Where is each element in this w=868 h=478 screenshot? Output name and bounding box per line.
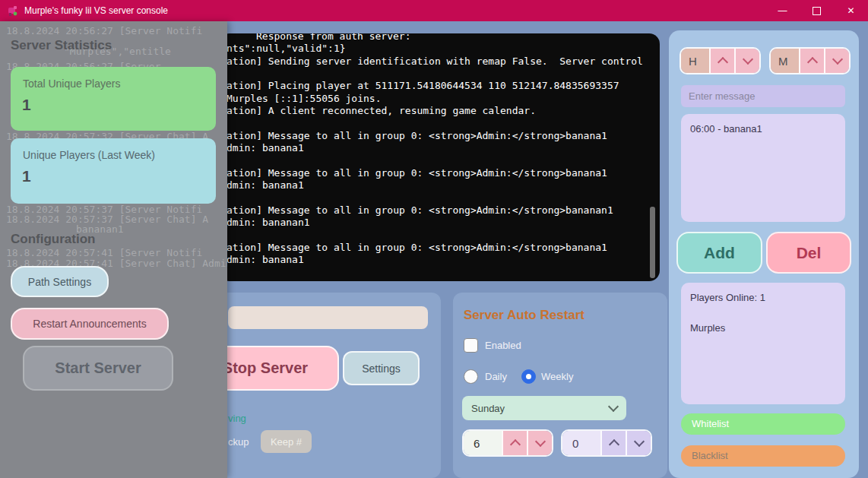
minute-input[interactable]: M <box>771 49 799 73</box>
restart-day-select[interactable]: Sunday <box>462 396 626 420</box>
app-window: Murple's funky lil VS server console — ✕… <box>0 0 868 478</box>
chevron-up-icon <box>717 57 727 68</box>
enabled-checkbox[interactable] <box>464 338 478 353</box>
chevron-up-icon <box>509 439 520 450</box>
daily-radio[interactable] <box>464 369 478 384</box>
restart-minute-stepper: 0 <box>561 429 652 457</box>
log-line: dmin: banana1 <box>227 142 304 154</box>
list-item[interactable]: 06:00 - banana1 <box>690 123 836 135</box>
weekly-radio[interactable] <box>521 369 536 384</box>
stat-card-label: Total Unique Players <box>23 78 120 90</box>
log-line: Response from auth server: <box>256 33 411 42</box>
scheduled-messages-list[interactable]: 06:00 - banana1 <box>681 114 845 222</box>
restart-minute-up-button[interactable] <box>600 431 626 455</box>
player-name: Murples <box>690 322 725 334</box>
log-line: ation] Message to all in group 0: <stron… <box>227 242 607 253</box>
log-line: nts":null,"valid":1} <box>227 43 346 54</box>
stat-card-value: 1 <box>22 167 31 185</box>
server-log-console: Response from auth server: nts":null,"va… <box>219 33 660 281</box>
stat-card-value: 1 <box>22 96 31 114</box>
server-statistics-heading: Server Statistics <box>11 38 112 53</box>
window-title: Murple's funky lil VS server console <box>24 5 168 16</box>
message-input[interactable] <box>681 85 845 107</box>
log-line: ation] A client reconnected, resuming ga… <box>227 105 536 116</box>
restart-minute-input[interactable]: 0 <box>562 431 600 455</box>
backup-checkbox-label[interactable]: ckup <box>228 436 249 448</box>
players-online-box: Players Online: 1 Murples <box>681 283 845 404</box>
restart-hour-input[interactable]: 6 <box>464 431 502 455</box>
log-line: dmin: bananan1 <box>227 217 310 228</box>
app-icon <box>7 5 18 17</box>
chevron-up-icon <box>806 57 817 68</box>
auto-restart-panel: Server Auto Restart Enabled Daily Weekly… <box>453 293 667 478</box>
chevron-up-icon <box>608 439 619 450</box>
title-bar: Murple's funky lil VS server console — ✕ <box>0 0 868 21</box>
restart-hour-stepper: 6 <box>462 429 553 457</box>
log-line: Murples [::1]:55056 joins. <box>227 93 382 104</box>
hour-input[interactable]: H <box>681 49 709 73</box>
daily-label: Daily <box>485 371 507 382</box>
log-line: ation] Message to all in group 0: <stron… <box>227 130 607 141</box>
minute-up-button[interactable] <box>799 49 824 73</box>
whitelist-button[interactable]: Whitelist <box>681 413 845 435</box>
minute-down-button[interactable] <box>824 49 849 73</box>
enabled-label: Enabled <box>485 340 521 351</box>
log-line: ation] Placing player at 511171.54180644… <box>227 80 619 91</box>
log-line: ation] Message to all in group 0: <stron… <box>227 204 613 216</box>
restart-hour-up-button[interactable] <box>502 431 527 455</box>
hour-up-button[interactable] <box>709 49 734 73</box>
log-line: dmin: banana1 <box>227 254 304 265</box>
log-line: ation] Sending server identification wit… <box>227 55 643 67</box>
close-button[interactable]: ✕ <box>834 0 868 21</box>
configuration-heading: Configuration <box>11 232 95 247</box>
maximize-button[interactable] <box>800 0 834 21</box>
start-server-button[interactable]: Start Server <box>23 346 173 391</box>
chevron-down-icon <box>534 436 545 447</box>
settings-button[interactable]: Settings <box>343 351 420 385</box>
hour-stepper: H <box>680 47 761 74</box>
command-input[interactable] <box>228 306 428 329</box>
close-icon: ✕ <box>847 5 854 16</box>
blacklist-button[interactable]: Blacklist <box>681 445 845 467</box>
weekly-label: Weekly <box>541 371 573 382</box>
restart-day-value: Sunday <box>471 403 505 414</box>
ghost-log-line: 18.8.2024 20:57:41 [Server Notifi <box>6 247 202 258</box>
statistics-drawer: 18.8.2024 20:56:27 [Server Notifi "Murpl… <box>0 21 227 478</box>
restart-minute-down-button[interactable] <box>626 431 651 455</box>
maximize-icon <box>813 7 821 15</box>
unique-players-week-card: Unique Players (Last Week) 1 <box>11 138 216 204</box>
restart-hour-down-button[interactable] <box>527 431 552 455</box>
players-online-header: Players Online: 1 <box>690 292 765 303</box>
scheduler-panel: H M 06:00 - banana1 Add Del Players Onli… <box>669 30 859 478</box>
hour-down-button[interactable] <box>734 49 759 73</box>
autosave-checkbox-label[interactable]: ving <box>228 413 246 424</box>
chevron-down-icon <box>832 54 842 65</box>
path-settings-button[interactable]: Path Settings <box>11 266 109 297</box>
server-controls-panel: Stop Server Settings ving ckup Keep # <box>219 293 441 478</box>
chevron-down-icon <box>633 436 644 447</box>
chevron-down-icon <box>742 54 752 65</box>
ghost-log-line: 18.8.2024 20:56:27 [Server Notifi <box>6 25 202 36</box>
window-controls: — ✕ <box>765 0 868 21</box>
restart-announcements-button[interactable]: Restart Announcements <box>11 308 169 340</box>
log-line: ation] Message to all in group 0: <stron… <box>227 167 607 179</box>
minimize-icon: — <box>778 5 787 16</box>
log-line: dmin: banana1 <box>227 179 304 191</box>
add-button[interactable]: Add <box>676 232 762 274</box>
keep-count-field[interactable]: Keep # <box>261 430 312 453</box>
total-unique-players-card: Total Unique Players 1 <box>11 67 216 131</box>
stat-card-label: Unique Players (Last Week) <box>23 149 155 161</box>
minimize-button[interactable]: — <box>765 0 800 21</box>
chevron-down-icon <box>608 401 619 412</box>
console-scrollbar-thumb[interactable] <box>650 207 655 278</box>
auto-restart-heading: Server Auto Restart <box>464 308 584 323</box>
minute-stepper: M <box>769 47 851 74</box>
del-button[interactable]: Del <box>766 232 851 274</box>
